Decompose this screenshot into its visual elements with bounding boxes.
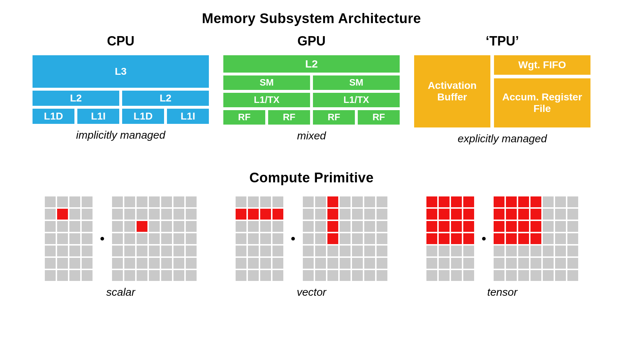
grid-cell — [173, 233, 184, 244]
tpu-mem-stack: Activation Buffer Wgt. FIFO Accum. Regis… — [414, 55, 590, 127]
gpu-sm-block: SM — [223, 75, 310, 90]
grid-cell — [149, 233, 160, 244]
grid-cell — [186, 209, 197, 220]
grid-cell — [364, 246, 375, 256]
grid-cell — [352, 209, 363, 220]
grid-cell — [364, 196, 375, 207]
grid-cell — [303, 233, 314, 244]
grid-cell — [82, 246, 93, 256]
grid-cell — [137, 209, 147, 220]
grid-cell — [124, 209, 135, 220]
grid-cell — [272, 221, 283, 232]
grid-cell — [303, 246, 314, 256]
grid-cell — [69, 246, 80, 256]
cpu-l2-block: L2 — [33, 91, 119, 106]
tpu-activation-block: Activation Buffer — [414, 55, 490, 127]
grid-cell — [352, 246, 363, 256]
grid-cell — [530, 258, 541, 269]
grid-cell — [352, 233, 363, 244]
grid-cell — [506, 270, 517, 281]
grid-cell — [463, 270, 474, 281]
grid-cell — [272, 270, 283, 281]
grid-cell — [567, 196, 578, 207]
grid-cell — [555, 221, 566, 232]
gpu-l2-block: L2 — [223, 55, 400, 73]
grid-cell — [303, 209, 314, 220]
scalar-column: scalar — [33, 196, 209, 298]
tpu-fifo-block: Wgt. FIFO — [494, 55, 590, 75]
grid-cell — [463, 209, 474, 220]
cpu-l1i-block: L1I — [77, 109, 119, 124]
grid-cell — [439, 221, 450, 232]
gpu-caption: mixed — [297, 130, 326, 142]
grid-cell — [149, 221, 160, 232]
grid-cell — [451, 221, 462, 232]
dot-icon — [482, 237, 486, 240]
grid-cell — [248, 233, 259, 244]
grid-cell — [161, 209, 172, 220]
grid-cell — [112, 270, 123, 281]
grid-cell — [518, 246, 529, 256]
grid-cell — [236, 221, 246, 232]
grid-cell — [518, 196, 529, 207]
grid-cell — [543, 196, 554, 207]
grid-cell — [518, 258, 529, 269]
grid-cell — [327, 258, 338, 269]
grid-cell — [530, 221, 541, 232]
grid-cell — [260, 270, 271, 281]
grid-cell — [364, 221, 375, 232]
grid-cell — [530, 246, 541, 256]
grid-cell — [45, 209, 56, 220]
grid-cell — [364, 233, 375, 244]
grid-cell — [364, 270, 375, 281]
grid-cell — [186, 233, 197, 244]
grid-cell — [439, 209, 450, 220]
grid-cell — [260, 196, 271, 207]
grid-cell — [236, 270, 246, 281]
grid-cell — [530, 270, 541, 281]
grid-cell — [567, 209, 578, 220]
tensor-label: tensor — [487, 286, 517, 298]
grid-cell — [57, 233, 68, 244]
vector-column: vector — [223, 196, 400, 298]
grid-cell — [112, 196, 123, 207]
grid-cell — [82, 270, 93, 281]
grid-cell — [340, 270, 351, 281]
vector-grid-right — [303, 196, 387, 281]
grid-cell — [439, 246, 450, 256]
grid-cell — [364, 258, 375, 269]
grid-cell — [161, 196, 172, 207]
grid-cell — [45, 258, 56, 269]
grid-cell — [82, 233, 93, 244]
grid-cell — [272, 196, 283, 207]
grid-cell — [57, 209, 68, 220]
grid-cell — [555, 233, 566, 244]
grid-cell — [352, 258, 363, 269]
grid-cell — [173, 221, 184, 232]
grid-cell — [236, 196, 246, 207]
grid-cell — [327, 246, 338, 256]
gpu-rf-block: RF — [268, 110, 310, 125]
grid-cell — [340, 196, 351, 207]
grid-cell — [327, 196, 338, 207]
grid-cell — [248, 246, 259, 256]
grid-cell — [161, 233, 172, 244]
grid-cell — [161, 270, 172, 281]
grid-cell — [494, 196, 504, 207]
grid-cell — [57, 221, 68, 232]
grid-cell — [555, 196, 566, 207]
grid-cell — [315, 233, 326, 244]
grid-cell — [451, 258, 462, 269]
cpu-l1d-block: L1D — [122, 109, 164, 124]
grid-cell — [327, 233, 338, 244]
grid-cell — [377, 196, 387, 207]
gpu-mem-stack: L2 SM L1/TX RF RF SM L1/TX RF — [223, 55, 400, 125]
gpu-l1tx-block: L1/TX — [313, 93, 400, 107]
grid-cell — [352, 270, 363, 281]
grid-cell — [149, 196, 160, 207]
grid-cell — [506, 233, 517, 244]
memory-section-title: Memory Subsystem Architecture — [33, 11, 590, 26]
dot-icon — [291, 237, 295, 240]
grid-cell — [161, 246, 172, 256]
grid-cell — [530, 233, 541, 244]
